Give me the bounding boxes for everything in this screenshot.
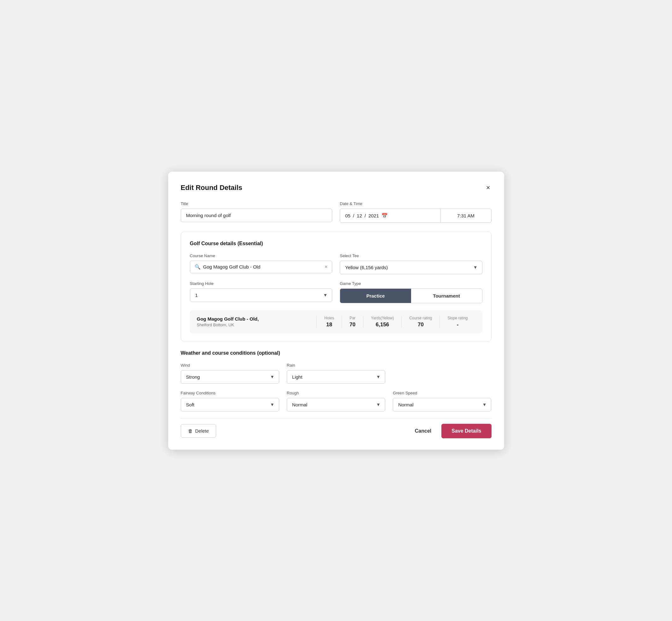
select-tee-dropdown[interactable]: Yellow (6,156 yards) ▼ xyxy=(340,261,482,274)
tournament-button[interactable]: Tournament xyxy=(411,289,482,303)
green-speed-label: Green Speed xyxy=(393,391,491,396)
delete-label: Delete xyxy=(195,428,209,433)
course-location: Shelford Bottom, UK xyxy=(197,323,317,327)
chevron-down-icon: ▼ xyxy=(270,374,275,379)
course-rating-value: 70 xyxy=(418,322,424,328)
date-sep2: / xyxy=(365,213,366,218)
time-part[interactable]: 7:31 AM xyxy=(441,209,491,222)
yards-label: Yards(Yellow) xyxy=(371,316,394,320)
par-stat: Par 70 xyxy=(342,316,363,328)
rain-col: Rain Light ▼ xyxy=(287,363,385,384)
holes-label: Holes xyxy=(324,316,334,320)
wind-rain-row: Wind Strong ▼ Rain Light ▼ xyxy=(181,363,492,384)
course-tee-row: Course Name 🔍 × Select Tee Yellow (6,156… xyxy=(190,253,482,274)
fairway-col: Fairway Conditions Soft ▼ xyxy=(181,391,279,411)
rough-label: Rough xyxy=(287,391,385,396)
date-year: 2021 xyxy=(369,213,379,218)
chevron-down-icon: ▼ xyxy=(323,292,328,298)
modal-header: Edit Round Details × xyxy=(181,183,492,193)
fairway-label: Fairway Conditions xyxy=(181,391,279,396)
delete-button[interactable]: 🗑 Delete xyxy=(181,424,216,438)
rain-label: Rain xyxy=(287,363,385,368)
wind-label: Wind xyxy=(181,363,279,368)
date-day: 12 xyxy=(357,213,362,218)
chevron-down-icon: ▼ xyxy=(376,374,380,379)
select-tee-col: Select Tee Yellow (6,156 yards) ▼ xyxy=(340,253,482,274)
wind-dropdown[interactable]: Strong ▼ xyxy=(181,370,279,384)
course-rating-stat: Course rating 70 xyxy=(401,316,439,328)
title-datetime-row: Title Date & Time 05 / 12 / 2021 📅 7:31 … xyxy=(181,201,492,223)
chevron-down-icon: ▼ xyxy=(376,402,380,407)
golf-section-title: Golf Course details (Essential) xyxy=(190,241,482,246)
date-part[interactable]: 05 / 12 / 2021 📅 xyxy=(340,209,441,222)
chevron-down-icon: ▼ xyxy=(270,402,275,407)
date-sep1: / xyxy=(353,213,354,218)
yards-stat: Yards(Yellow) 6,156 xyxy=(363,316,402,328)
save-details-button[interactable]: Save Details xyxy=(442,424,491,438)
edit-round-modal: Edit Round Details × Title Date & Time 0… xyxy=(168,172,504,450)
weather-title: Weather and course conditions (optional) xyxy=(181,350,492,356)
modal-title: Edit Round Details xyxy=(181,184,243,192)
game-type-label: Game Type xyxy=(340,281,482,286)
weather-section: Weather and course conditions (optional)… xyxy=(181,350,492,411)
rain-dropdown[interactable]: Light ▼ xyxy=(287,370,385,384)
slope-rating-stat: Slope rating - xyxy=(439,316,475,328)
starting-hole-dropdown[interactable]: 1 ▼ xyxy=(190,288,333,302)
footer-right: Cancel Save Details xyxy=(412,424,492,438)
fairway-dropdown[interactable]: Soft ▼ xyxy=(181,398,279,411)
green-speed-col: Green Speed Normal ▼ xyxy=(393,391,491,411)
datetime-label: Date & Time xyxy=(340,201,492,206)
wind-value: Strong xyxy=(186,374,200,380)
holes-stat: Holes 18 xyxy=(317,316,342,328)
game-type-col: Game Type Practice Tournament xyxy=(340,281,482,303)
trash-icon: 🗑 xyxy=(188,428,193,433)
chevron-down-icon: ▼ xyxy=(473,265,478,270)
green-speed-value: Normal xyxy=(398,402,413,407)
green-speed-dropdown[interactable]: Normal ▼ xyxy=(393,398,491,411)
course-info-row: Gog Magog Golf Club - Old, Shelford Bott… xyxy=(190,310,482,334)
course-name-block: Gog Magog Golf Club - Old, Shelford Bott… xyxy=(197,316,317,327)
starting-hole-label: Starting Hole xyxy=(190,281,333,286)
course-name-main: Gog Magog Golf Club - Old, xyxy=(197,316,317,322)
time-value: 7:31 AM xyxy=(457,213,474,218)
title-input[interactable] xyxy=(181,209,333,222)
select-tee-label: Select Tee xyxy=(340,253,482,258)
course-name-input[interactable] xyxy=(203,264,322,270)
calendar-icon: 📅 xyxy=(381,213,388,219)
course-rating-label: Course rating xyxy=(409,316,432,320)
title-label: Title xyxy=(181,201,333,206)
rough-value: Normal xyxy=(292,402,307,407)
game-type-toggle: Practice Tournament xyxy=(340,288,482,303)
select-tee-value: Yellow (6,156 yards) xyxy=(345,265,388,270)
holes-value: 18 xyxy=(326,322,332,328)
course-name-input-wrap[interactable]: 🔍 × xyxy=(190,261,333,273)
golf-course-section: Golf Course details (Essential) Course N… xyxy=(181,232,492,341)
date-month: 05 xyxy=(345,213,350,218)
title-field-group: Title xyxy=(181,201,333,223)
course-name-label: Course Name xyxy=(190,253,333,258)
practice-button[interactable]: Practice xyxy=(340,289,411,303)
chevron-down-icon: ▼ xyxy=(482,402,487,407)
slope-rating-value: - xyxy=(457,322,459,328)
wind-col: Wind Strong ▼ xyxy=(181,363,279,384)
rough-col: Rough Normal ▼ xyxy=(287,391,385,411)
rough-dropdown[interactable]: Normal ▼ xyxy=(287,398,385,411)
fairway-rough-green-row: Fairway Conditions Soft ▼ Rough Normal ▼… xyxy=(181,391,492,411)
hole-gametype-row: Starting Hole 1 ▼ Game Type Practice Tou… xyxy=(190,281,482,303)
cancel-button[interactable]: Cancel xyxy=(412,424,434,438)
rain-value: Light xyxy=(292,374,302,380)
par-value: 70 xyxy=(349,322,355,328)
starting-hole-col: Starting Hole 1 ▼ xyxy=(190,281,333,303)
course-name-clear-button[interactable]: × xyxy=(325,264,328,270)
search-icon: 🔍 xyxy=(195,264,201,270)
close-button[interactable]: × xyxy=(485,183,492,193)
modal-footer: 🗑 Delete Cancel Save Details xyxy=(181,418,492,438)
starting-hole-value: 1 xyxy=(195,292,198,298)
datetime-row: 05 / 12 / 2021 📅 7:31 AM xyxy=(340,209,492,223)
par-label: Par xyxy=(349,316,355,320)
slope-rating-label: Slope rating xyxy=(447,316,468,320)
course-name-col: Course Name 🔍 × xyxy=(190,253,333,274)
yards-value: 6,156 xyxy=(376,322,389,328)
datetime-field-group: Date & Time 05 / 12 / 2021 📅 7:31 AM xyxy=(340,201,492,223)
fairway-value: Soft xyxy=(186,402,195,407)
